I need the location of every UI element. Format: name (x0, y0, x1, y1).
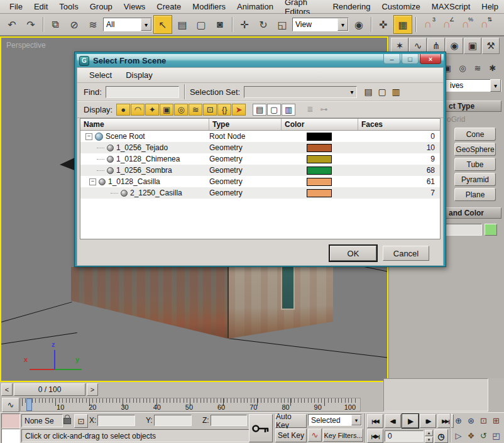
column-header-name[interactable]: Name (80, 119, 209, 130)
select-and-move-button[interactable]: ✛ (236, 16, 253, 33)
play-button[interactable]: ▶ (402, 414, 419, 428)
menu-views[interactable]: Views (118, 1, 151, 13)
menu-customize[interactable]: Customize (376, 1, 425, 13)
table-row-casilla[interactable]: −1_0128_Casilla Geometry 61 (80, 176, 440, 187)
bind-to-spacewarp-icon[interactable]: ≋ (84, 16, 102, 33)
window-crossing-toggle[interactable]: ◙ (211, 16, 229, 33)
select-invert-icon[interactable]: ▥ (390, 86, 402, 98)
maximize-viewport-toggle[interactable]: ◰ (490, 429, 502, 442)
display-groups-toggle[interactable]: ⊡ (203, 104, 217, 116)
track-bar-ruler[interactable]: 0 10 20 30 40 50 60 70 80 90 100 (20, 398, 361, 412)
selection-lock-toggle[interactable] (63, 415, 71, 424)
tab-motion[interactable]: ◉ (446, 38, 463, 54)
table-row-tejado[interactable]: 1_0256_Tejado Geometry 10 (80, 142, 440, 153)
undo-icon[interactable]: ↶ (3, 16, 21, 33)
time-slider[interactable]: 0 / 100 (14, 383, 85, 396)
next-frame-arrow[interactable]: > (87, 383, 98, 396)
redo-icon[interactable]: ↷ (22, 16, 40, 33)
display-spacewarps-toggle[interactable]: ≋ (189, 104, 202, 116)
expander-icon[interactable]: − (89, 178, 96, 185)
zoom-extents-button[interactable]: ⊡ (478, 414, 490, 427)
house-model-right-face[interactable] (228, 267, 333, 339)
column-header-type[interactable]: Type (209, 119, 282, 130)
select-and-link-icon[interactable]: ⧉ (47, 16, 64, 33)
table-row-casilla-child[interactable]: 2_1250_Casilla Geometry 7 (80, 187, 440, 199)
angle-snap-toggle[interactable]: ∩∠ (438, 16, 456, 33)
close-button[interactable]: × (420, 54, 441, 64)
selection-set-dropdown[interactable]: ▾ (244, 86, 357, 98)
display-xrefs-toggle[interactable]: {} (217, 104, 231, 116)
absolute-mode-toggle[interactable]: ⊡ (74, 414, 88, 428)
column-header-color[interactable]: Color (282, 119, 358, 130)
select-none-icon[interactable]: ▢ (376, 86, 388, 98)
keyboard-override-toggle[interactable]: ▦ (393, 15, 412, 34)
house-model-left-face[interactable] (71, 267, 228, 339)
display-lights-toggle[interactable]: ✦ (145, 104, 159, 116)
select-and-scale-button[interactable]: ◱ (273, 16, 291, 33)
pyramid-button[interactable]: Pyramid (454, 173, 496, 186)
selection-set-status-field[interactable]: None Se (21, 414, 63, 427)
tab-display[interactable]: ▣ (464, 38, 481, 54)
display-geometry-toggle[interactable]: ● (116, 104, 130, 116)
cancel-button[interactable]: Cancel (383, 246, 429, 261)
dialog-menu-select[interactable]: Select (82, 69, 119, 81)
orbit-button[interactable]: ↺ (478, 429, 490, 442)
snaps-toggle[interactable]: ∩3 (419, 16, 437, 33)
menu-file[interactable]: File (4, 1, 28, 13)
dropdown-arrow-icon[interactable]: ▾ (348, 89, 356, 96)
table-row-chimenea[interactable]: 1_0128_Chimenea Geometry 9 (80, 153, 440, 165)
minimize-button[interactable]: – (383, 54, 400, 64)
menu-rendering[interactable]: Rendering (327, 1, 376, 13)
edit-named-selections-icon[interactable]: ▤ (362, 86, 375, 98)
dropdown-arrow-icon[interactable]: ▾ (337, 18, 348, 31)
previous-frame-arrow[interactable]: < (1, 383, 13, 396)
maxscript-mini-listener-macro-pane[interactable] (1, 413, 20, 429)
maximize-button[interactable]: □ (402, 54, 419, 64)
zoom-button[interactable]: ⊕ (452, 414, 464, 427)
z-coordinate-field[interactable] (211, 415, 247, 426)
field-of-view-button[interactable]: ▷ (452, 429, 464, 442)
pan-view-button[interactable]: ❖ (465, 429, 477, 442)
previous-frame-button[interactable]: ◀▮ (385, 414, 401, 428)
menu-create[interactable]: Create (151, 1, 187, 13)
set-key-button[interactable]: Set Key (275, 429, 307, 442)
set-key-mode-curve-button[interactable]: ∿ (308, 429, 322, 442)
dialog-title-bar[interactable]: G Select From Scene – □ × (77, 54, 444, 67)
y-coordinate-field[interactable] (154, 415, 192, 426)
viewport-label[interactable]: Perspective (6, 41, 46, 50)
autogrid-checkbox-label[interactable]: oGrid (447, 115, 504, 124)
zoom-all-button[interactable]: ⊛ (465, 414, 477, 427)
find-input[interactable] (106, 86, 179, 98)
time-configuration-button[interactable]: ◷ (434, 429, 448, 443)
dropdown-arrow-icon[interactable]: ▾ (490, 79, 501, 92)
auto-key-button[interactable]: Auto Key (275, 414, 307, 428)
rectangular-selection-region-button[interactable]: ▢ (192, 16, 210, 33)
cone-button[interactable]: Cone (454, 128, 496, 141)
systems-category-icon[interactable]: ✱ (486, 62, 500, 74)
percent-snap-toggle[interactable]: ∩% (457, 16, 474, 33)
zoom-extents-all-button[interactable]: ⊞ (490, 414, 502, 427)
display-cameras-toggle[interactable]: ▣ (160, 104, 173, 116)
table-row-sombra[interactable]: 1_0256_Sombra Geometry 68 (80, 165, 440, 176)
menu-group[interactable]: Group (84, 1, 118, 13)
object-color-swatch[interactable] (485, 224, 497, 236)
dropdown-arrow-icon[interactable]: ▾ (351, 415, 361, 425)
expander-icon[interactable]: − (85, 133, 92, 140)
go-to-start-button[interactable]: |◀◀ (367, 414, 383, 428)
spinner-up-button[interactable]: ▴ (425, 430, 433, 436)
tube-button[interactable]: Tube (454, 158, 496, 171)
menu-tools[interactable]: Tools (53, 1, 84, 13)
select-object-button[interactable]: ↖ (153, 15, 172, 34)
select-and-manipulate-button[interactable]: ✜ (375, 16, 392, 33)
column-header-faces[interactable]: Faces (358, 119, 440, 130)
helpers-category-icon[interactable]: ◎ (456, 62, 469, 74)
view-blank-toggle[interactable]: ▢ (267, 104, 281, 116)
table-row-scene-root[interactable]: −Scene Root Root Node 0 (80, 131, 440, 142)
go-to-end-button[interactable]: ▶▶| (437, 414, 454, 428)
maxscript-mini-listener-pane[interactable] (1, 429, 20, 443)
geosphere-button[interactable]: GeoSphere (454, 143, 496, 156)
display-bones-toggle[interactable]: ➤ (232, 104, 246, 116)
key-filters-button[interactable]: Key Filters... (323, 429, 363, 442)
select-and-rotate-button[interactable]: ↻ (255, 16, 272, 33)
key-filter-selection-dropdown[interactable]: Selected ▾ (308, 414, 362, 426)
